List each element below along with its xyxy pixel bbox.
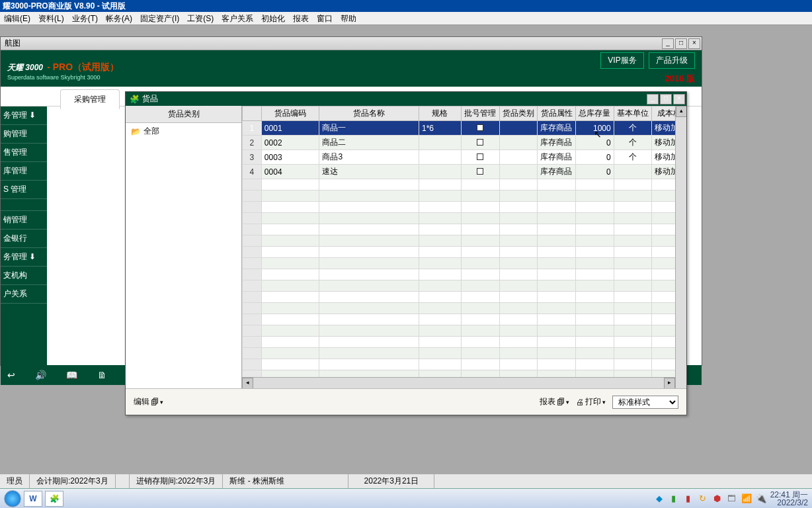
checkbox-icon[interactable]	[477, 124, 483, 131]
task-app[interactable]: 🧩	[45, 491, 63, 507]
app-titlebar: 耀3000-PRO商业版 V8.90 - 试用版	[0, 0, 812, 12]
sidebar-item[interactable]: 务管理 ⬇	[1, 106, 47, 125]
tray-refresh-icon[interactable]: ↻	[698, 493, 708, 504]
task-word[interactable]: W	[24, 491, 42, 507]
table-row	[243, 213, 686, 224]
maximize-button[interactable]: □	[675, 38, 687, 49]
scroll-up-icon[interactable]: ▴	[676, 106, 686, 117]
goods-close-button[interactable]: ×	[673, 94, 685, 105]
table-cell: 0	[576, 165, 614, 179]
column-header[interactable]: 货品编码	[261, 106, 319, 121]
menu-item[interactable]: 固定资产(I)	[136, 12, 183, 24]
menu-item[interactable]: 帮助	[337, 12, 360, 24]
menu-item[interactable]: 初始化	[257, 12, 289, 24]
table-row[interactable]: 30003商品3库存商品0个移动加	[243, 150, 686, 165]
vip-button[interactable]: VIP服务	[600, 52, 643, 69]
caret-down-icon: ▾	[602, 399, 606, 405]
brand-subtitle: Superdata software Skybright 3000	[7, 74, 119, 81]
column-header[interactable]: 货品属性	[538, 106, 576, 121]
table-row	[243, 247, 686, 258]
tray-power-icon[interactable]: 🔌	[756, 493, 766, 504]
style-select[interactable]: 标准样式	[612, 396, 678, 409]
sidebar-item[interactable]: 户关系	[1, 285, 47, 304]
upgrade-button[interactable]: 产品升级	[649, 52, 695, 69]
menu-item[interactable]: 资料(L)	[34, 12, 68, 24]
goods-table[interactable]: 货品编码货品名称规格批号管理货品类别货品属性总库存量基本单位成本栏 10001商…	[242, 106, 686, 388]
table-cell: 商品二	[319, 136, 419, 150]
goods-maximize-button[interactable]: □	[660, 94, 672, 105]
column-header[interactable]: 批号管理	[461, 106, 499, 121]
close-button[interactable]: ×	[688, 38, 700, 49]
back-icon[interactable]: ↩	[7, 370, 15, 380]
checkbox-icon[interactable]	[477, 153, 483, 160]
vertical-scrollbar[interactable]: ▴	[675, 106, 686, 388]
checkbox-icon[interactable]	[477, 168, 483, 175]
table-cell: 库存商品	[538, 150, 576, 165]
menu-item[interactable]: 工资(S)	[183, 12, 218, 24]
sidebar-item[interactable]	[1, 199, 47, 211]
document-icon[interactable]: 🗎	[97, 370, 106, 380]
checkbox-icon[interactable]	[477, 139, 483, 146]
menu-item[interactable]: 报表	[289, 12, 313, 24]
table-cell	[419, 150, 461, 165]
minimize-button[interactable]: _	[662, 38, 674, 49]
table-row[interactable]: 10001商品一1*6库存商品1000个移动加	[243, 121, 686, 136]
table-row	[243, 314, 686, 325]
table-cell: 库存商品	[538, 121, 576, 136]
tray-icon-3[interactable]: ▮	[683, 493, 694, 504]
column-header[interactable]: 规格	[419, 106, 461, 121]
sidebar-item[interactable]: 金银行	[1, 230, 47, 248]
tab-purchase[interactable]: 采购管理	[60, 89, 120, 109]
menu-item[interactable]: 窗口	[313, 12, 337, 24]
clock[interactable]: 22:41 周一 2022/3/2	[770, 491, 808, 507]
table-row	[243, 303, 686, 314]
column-header[interactable]: 货品名称	[319, 106, 419, 121]
column-header[interactable]	[243, 106, 262, 121]
brand-title: 天耀 3000 - PRO（试用版）	[7, 57, 119, 74]
column-header[interactable]: 总库存量	[576, 106, 614, 121]
caret-down-icon: ▾	[566, 399, 569, 405]
tray-icon-6[interactable]: 🗔	[727, 493, 737, 504]
report-icon: 🗐	[557, 398, 565, 407]
tree-root-item[interactable]: 📂 全部	[126, 123, 241, 140]
sidebar-item[interactable]: 销管理	[1, 211, 47, 230]
sidebar-item[interactable]: 售管理	[1, 144, 47, 162]
table-row	[243, 269, 686, 280]
tray-icon-5[interactable]: ⬢	[712, 493, 723, 504]
sidebar-item[interactable]: S 管理	[1, 181, 47, 199]
menu-item[interactable]: 业务(T)	[68, 12, 102, 24]
sidebar-item[interactable]: 库管理	[1, 162, 47, 181]
sound-icon[interactable]: 🔊	[35, 370, 46, 380]
table-cell: 0	[576, 136, 614, 150]
table-row[interactable]: 20002商品二库存商品0个移动加	[243, 136, 686, 150]
scroll-left-icon[interactable]: ◂	[242, 378, 253, 389]
report-button[interactable]: 报表🗐▾	[540, 396, 569, 407]
tray-icon-2[interactable]: ▮	[669, 493, 679, 504]
print-button[interactable]: 🖨打印▾	[576, 396, 606, 407]
menu-item[interactable]: 编辑(E)	[0, 12, 34, 24]
table-cell: 1*6	[419, 121, 461, 136]
table-row	[243, 258, 686, 269]
sidebar-item[interactable]: 务管理 ⬇	[1, 248, 47, 267]
menu-item[interactable]: 客户关系	[218, 12, 257, 24]
edit-button[interactable]: 编辑🗐▾	[134, 396, 163, 407]
scroll-right-icon[interactable]: ▸	[664, 378, 675, 389]
sidebar-item[interactable]: 支机构	[1, 267, 47, 285]
column-header[interactable]: 货品类别	[499, 106, 538, 121]
menu-item[interactable]: 帐务(A)	[102, 12, 136, 24]
table-cell	[499, 165, 538, 179]
tray-signal-icon[interactable]: 📶	[741, 493, 752, 504]
tray-icon-1[interactable]: ◆	[654, 493, 665, 504]
goods-minimize-button[interactable]: _	[647, 94, 659, 105]
horizontal-scrollbar[interactable]: ◂ ▸	[242, 377, 675, 388]
goods-titlebar: 🧩 货品 _ □ ×	[126, 92, 686, 106]
table-cell: 0002	[261, 136, 319, 150]
sidebar-item[interactable]: 购管理	[1, 125, 47, 144]
table-cell	[419, 165, 461, 179]
table-row[interactable]: 40004速达库存商品0移动加	[243, 165, 686, 179]
table-row	[243, 348, 686, 359]
table-cell: 0003	[261, 150, 319, 165]
book-icon[interactable]: 📖	[66, 370, 77, 380]
column-header[interactable]: 基本单位	[614, 106, 652, 121]
start-button[interactable]	[4, 490, 21, 507]
